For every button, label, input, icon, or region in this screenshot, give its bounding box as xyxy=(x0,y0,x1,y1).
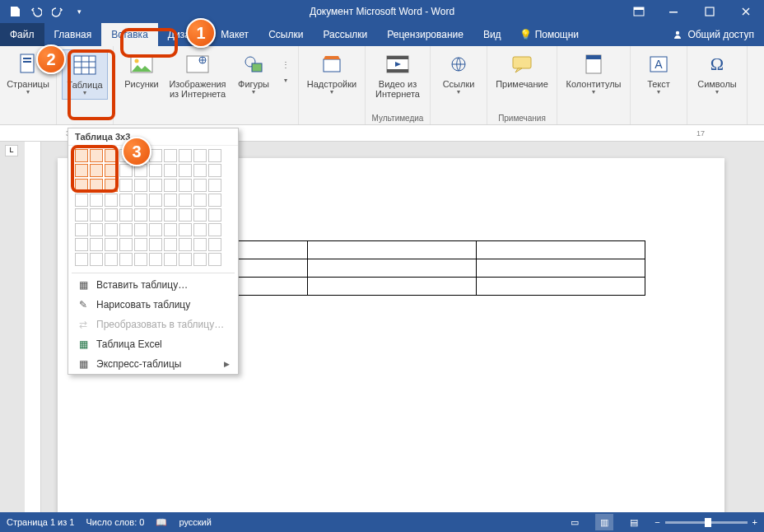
more-illustrations[interactable]: ⋮▾ xyxy=(278,49,293,86)
tab-insert[interactable]: Вставка xyxy=(101,23,158,46)
grid-cell[interactable] xyxy=(90,149,103,162)
minimize-button[interactable] xyxy=(655,0,692,23)
grid-cell[interactable] xyxy=(119,208,133,222)
view-read-mode[interactable]: ▭ xyxy=(566,514,584,530)
status-word-count[interactable]: Число слов: 0 xyxy=(86,517,144,527)
grid-cell[interactable] xyxy=(179,223,192,236)
tab-layout[interactable]: Макет xyxy=(211,23,259,46)
grid-cell[interactable] xyxy=(164,149,177,162)
grid-cell[interactable] xyxy=(208,149,221,162)
menu-quick-tables[interactable]: ▦Экспресс-таблицы▶ xyxy=(68,354,238,374)
grid-cell[interactable] xyxy=(193,164,207,177)
undo-icon[interactable] xyxy=(26,2,46,21)
grid-cell[interactable] xyxy=(90,238,103,251)
view-print-layout[interactable]: ▥ xyxy=(595,514,613,530)
grid-cell[interactable] xyxy=(105,149,118,162)
tab-review[interactable]: Рецензирование xyxy=(377,23,473,46)
share-button[interactable]: Общий доступ xyxy=(663,23,764,46)
grid-cell[interactable] xyxy=(75,253,88,266)
proofing-icon[interactable]: 📖 xyxy=(156,517,167,528)
grid-cell[interactable] xyxy=(75,238,88,251)
tab-selector[interactable]: L xyxy=(5,145,18,156)
grid-cell[interactable] xyxy=(90,223,103,236)
grid-cell[interactable] xyxy=(134,179,147,192)
grid-cell[interactable] xyxy=(119,238,133,251)
zoom-in-button[interactable]: + xyxy=(752,517,757,527)
grid-cell[interactable] xyxy=(193,179,207,192)
grid-cell[interactable] xyxy=(149,179,162,192)
grid-cell[interactable] xyxy=(164,208,177,222)
grid-cell[interactable] xyxy=(90,253,103,266)
tab-references[interactable]: Ссылки xyxy=(259,23,313,46)
vertical-ruler[interactable] xyxy=(25,142,41,512)
status-language[interactable]: русский xyxy=(179,517,211,527)
grid-cell[interactable] xyxy=(193,223,207,236)
grid-cell[interactable] xyxy=(208,223,221,236)
status-page[interactable]: Страница 1 из 1 xyxy=(7,517,74,527)
grid-cell[interactable] xyxy=(149,164,162,177)
grid-cell[interactable] xyxy=(134,208,147,222)
grid-cell[interactable] xyxy=(134,238,147,251)
grid-cell[interactable] xyxy=(208,194,221,207)
grid-cell[interactable] xyxy=(179,164,192,177)
grid-cell[interactable] xyxy=(208,238,221,251)
menu-insert-table[interactable]: ▦Вставить таблицу… xyxy=(68,275,238,295)
grid-cell[interactable] xyxy=(105,164,118,177)
grid-cell[interactable] xyxy=(105,194,118,207)
qat-customize-icon[interactable]: ▾ xyxy=(69,2,89,21)
grid-cell[interactable] xyxy=(179,179,192,192)
grid-cell[interactable] xyxy=(164,179,177,192)
grid-cell[interactable] xyxy=(134,194,147,207)
grid-cell[interactable] xyxy=(164,253,177,266)
grid-cell[interactable] xyxy=(164,223,177,236)
tab-file[interactable]: Файл xyxy=(0,23,44,46)
grid-cell[interactable] xyxy=(105,238,118,251)
symbols-button[interactable]: Ω Символы▾ xyxy=(692,49,742,98)
table-grid-picker[interactable] xyxy=(68,146,238,271)
grid-cell[interactable] xyxy=(119,164,133,177)
grid-cell[interactable] xyxy=(179,208,192,222)
grid-cell[interactable] xyxy=(134,223,147,236)
addins-button[interactable]: Надстройки▾ xyxy=(304,49,360,98)
grid-cell[interactable] xyxy=(105,179,118,192)
grid-cell[interactable] xyxy=(179,194,192,207)
grid-cell[interactable] xyxy=(208,253,221,266)
online-video-button[interactable]: Видео из Интернета xyxy=(370,49,425,100)
grid-cell[interactable] xyxy=(119,223,133,236)
tab-home[interactable]: Главная xyxy=(44,23,102,46)
grid-cell[interactable] xyxy=(75,164,88,177)
view-web-layout[interactable]: ▤ xyxy=(625,514,643,530)
grid-cell[interactable] xyxy=(193,194,207,207)
menu-draw-table[interactable]: ✎Нарисовать таблицу xyxy=(68,295,238,315)
zoom-slider[interactable] xyxy=(665,521,748,524)
grid-cell[interactable] xyxy=(90,164,103,177)
grid-cell[interactable] xyxy=(75,149,88,162)
grid-cell[interactable] xyxy=(179,253,192,266)
save-icon[interactable] xyxy=(5,2,25,21)
grid-cell[interactable] xyxy=(179,238,192,251)
grid-cell[interactable] xyxy=(105,223,118,236)
grid-cell[interactable] xyxy=(208,164,221,177)
grid-cell[interactable] xyxy=(193,149,207,162)
grid-cell[interactable] xyxy=(75,223,88,236)
menu-excel-table[interactable]: ▦Таблица Excel xyxy=(68,334,238,354)
grid-cell[interactable] xyxy=(90,179,103,192)
headerfooter-button[interactable]: Колонтитулы▾ xyxy=(562,49,625,98)
links-button[interactable]: Ссылки▾ xyxy=(436,49,482,98)
grid-cell[interactable] xyxy=(134,253,147,266)
grid-cell[interactable] xyxy=(75,208,88,222)
grid-cell[interactable] xyxy=(105,208,118,222)
grid-cell[interactable] xyxy=(90,208,103,222)
grid-cell[interactable] xyxy=(193,208,207,222)
grid-cell[interactable] xyxy=(75,194,88,207)
zoom-out-button[interactable]: − xyxy=(655,517,659,527)
tab-mailings[interactable]: Рассылки xyxy=(313,23,377,46)
grid-cell[interactable] xyxy=(119,179,133,192)
redo-icon[interactable] xyxy=(48,2,68,21)
grid-cell[interactable] xyxy=(179,149,192,162)
online-pictures-button[interactable]: Изображения из Интернета xyxy=(166,49,229,100)
grid-cell[interactable] xyxy=(149,253,162,266)
grid-cell[interactable] xyxy=(119,194,133,207)
text-button[interactable]: A Текст▾ xyxy=(636,49,682,98)
close-button[interactable] xyxy=(728,0,764,23)
